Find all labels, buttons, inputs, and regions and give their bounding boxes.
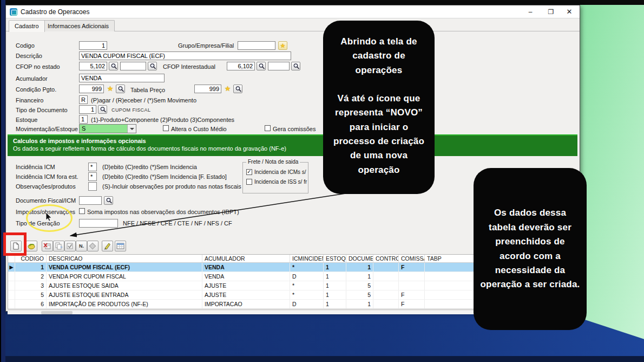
codigo-label: Codigo [16,42,35,49]
tabela-preco-star-icon[interactable]: ★ [223,85,232,93]
soma-impostos-checkbox[interactable] [79,208,85,214]
cfop-inter-search2-icon[interactable] [291,62,300,70]
tipo-documento-search-icon[interactable] [98,105,107,114]
cfop-estado-search2-icon[interactable] [148,62,157,70]
tipo-geracao-hint: NFE / NFSE / CFE / CTE / NF / NFS / CF [123,220,232,227]
incidencia-icm-fora-field[interactable]: * [88,172,97,181]
doc-fiscal-label: Documento Fiscal/ICM [16,197,76,204]
codigo-field[interactable]: 1 [79,41,107,50]
condicao-label: Condição Pgto. [16,86,56,93]
acumulador-field[interactable]: VENDA [79,74,165,82]
edit-record-icon[interactable] [26,241,37,251]
cfop-inter-field2[interactable] [268,62,290,70]
callout-open-screen: Abrindo a tela de cadastro de operações … [323,21,435,194]
col-estoque[interactable]: ESTOQUE [324,255,346,262]
doc-fiscal-field[interactable] [79,196,102,205]
acumulador-label: Acumulador [16,75,48,82]
soma-impostos-label: Soma impostos nas observações dos docume… [87,209,239,215]
copy-record-icon[interactable] [53,241,64,251]
condicao-field[interactable]: 999 [79,85,104,93]
current-row-marker-icon: ▶ [8,263,15,272]
estoque-label: Estoque [16,117,37,123]
frete-groupbox: Frete / Nota de saida ✓ Incidencia de IC… [242,162,308,193]
top-strip [0,0,644,5]
cfop-estado-field2[interactable] [120,62,146,70]
descricao-field[interactable]: VENDA CUPOM FISCAL (ECF) [79,51,291,60]
gera-comissoes-label: Gera comissões [273,126,316,132]
tipo-documento-label: Tipo de Documento [16,107,68,113]
incidencia-icm-field[interactable]: * [88,163,97,171]
tab-informacoes-adicionais[interactable]: Informacoes Adicionais [42,20,115,31]
incidencia-icm-label: Incidência ICM [16,164,55,170]
gera-comissoes-checkbox[interactable] [265,125,271,131]
altera-custo-label: Altera o Custo Médio [171,126,227,132]
movimentacao-select[interactable]: S [79,124,136,133]
col-icmincidencia[interactable]: ICMINCIDENCIA [290,255,324,262]
left-strip [0,0,5,362]
frete-title: Frete / Nota de saida [246,159,300,165]
callout1-paragraph2: Vá até o ícone que representa “NOVO” par… [330,92,428,177]
col-comissao[interactable]: COMISSAO [399,255,425,262]
movimentacao-label: Movimentação/Estoque [16,126,78,132]
delete-record-icon[interactable] [42,241,53,251]
chevron-down-icon[interactable] [127,125,136,133]
grupo-field[interactable] [238,41,275,50]
tipo-documento-hint: CUPOM FISCAL [111,107,150,113]
incidencia-icm-fora-hint: (D)ebito (C)redito (*)Sem Incidencia [F.… [102,173,227,180]
minimize-button[interactable]: – [523,7,537,17]
window-title: Cadastro de Operacoes [21,8,89,16]
condicao-star-icon[interactable]: ★ [106,85,115,93]
grid-view-icon[interactable] [115,241,126,251]
tabela-preco-field[interactable]: 999 [194,85,221,93]
cfop-inter-label: CFOP Interestadual [163,63,215,70]
pen-icon[interactable] [102,241,113,251]
incidencia-iss-label: Incidencia de ISS s/ fr [254,179,307,185]
cfop-estado-search-icon[interactable] [109,62,118,70]
cfop-estado-field[interactable]: 5,102 [79,62,107,70]
n-button[interactable]: N. [76,241,87,251]
observacoes-produtos-hint: (S)-Incluir observações por produto nas … [102,183,241,190]
cfop-inter-field[interactable]: 6,102 [227,62,255,70]
observacoes-produtos-label: Observações/produtos [16,183,76,190]
tipo-documento-field[interactable]: 1 [79,105,96,114]
col-codigo[interactable]: CODIGO [15,255,47,262]
close-button[interactable]: ✕ [562,7,576,17]
cfop-inter-search-icon[interactable] [257,62,266,70]
slide-background: Cadastro de Operacoes – ❐ ✕ Cadastro Inf… [0,0,644,362]
cfop-estado-label: CFOP no estado [16,63,60,70]
scrollbar-thumb[interactable] [41,311,73,314]
grupo-label: Grupo/Empresa/Filial [178,42,234,49]
callout-table-data: Os dados dessa tabela deverão ser preenc… [474,168,587,330]
incidencia-icm-hint: (D)ebito (C)redito (*)Sem Incidencia [102,164,197,170]
observacoes-produtos-field[interactable] [88,182,97,191]
section-banner: Calculos de impostos e informações opcio… [8,134,577,156]
tabela-preco-search-icon[interactable] [233,85,242,93]
col-documento[interactable]: DOCUMENTO [346,255,373,262]
tipo-geracao-field[interactable] [79,219,118,228]
col-acumulador[interactable]: ACUMULADOR [202,255,290,262]
incidencia-icm-fora-label: Incidência ICM fora est. [16,173,78,180]
altera-custo-checkbox[interactable] [163,125,169,131]
callout1-paragraph1: Abrindo a tela de cadastro de operações [330,35,428,77]
financeiro-label: Financeiro [16,97,43,104]
banner-title: Calculos de impostos e informações opcio… [13,138,572,144]
grupo-star-icon[interactable]: ★ [278,41,287,50]
incidencia-iss-checkbox[interactable] [246,179,252,185]
title-bar: Cadastro de Operacoes – ❐ ✕ [6,5,580,18]
cancel-record-icon[interactable] [87,241,98,251]
app-icon [10,8,17,16]
tab-cadastro[interactable]: Cadastro [9,20,45,32]
condicao-search-icon[interactable] [116,85,125,93]
callout2-paragraph: Os dados dessa tabela deverão ser preenc… [480,206,580,292]
estoque-field[interactable]: 1 [79,115,88,124]
doc-fiscal-search-icon[interactable] [104,196,113,205]
incidencia-icms-checkbox[interactable]: ✓ [246,169,252,175]
financeiro-hint: (P)agar / (R)eceber / (*)Sem Movimento [91,97,196,104]
estoque-hint: (1)-Produto+Componente (2)Produto (3)Com… [91,117,234,123]
confirm-record-icon[interactable] [64,241,76,251]
col-descricao[interactable]: DESCRICAO [47,255,202,262]
col-controle[interactable]: CONTROLE [373,255,399,262]
financeiro-field[interactable]: R [79,95,88,104]
restore-button[interactable]: ❐ [544,7,558,17]
tab-bar: Cadastro Informacoes Adicionais [6,19,580,31]
